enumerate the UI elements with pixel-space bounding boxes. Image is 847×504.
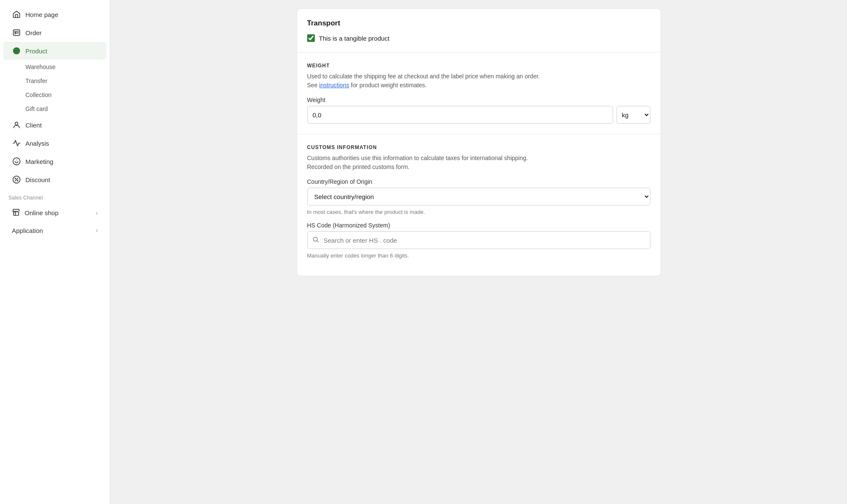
tangible-product-checkbox[interactable] bbox=[307, 34, 315, 42]
sidebar-item-label: Client bbox=[25, 122, 42, 129]
shop-icon bbox=[12, 208, 20, 218]
sidebar-item-order[interactable]: Order bbox=[3, 24, 106, 42]
country-select[interactable]: Select country/region bbox=[307, 188, 650, 205]
sidebar-item-marketing[interactable]: Marketing bbox=[3, 152, 106, 170]
weight-input[interactable] bbox=[307, 106, 613, 124]
country-hint: In most cases, that's where the product … bbox=[307, 209, 650, 215]
sidebar-item-label: Marketing bbox=[25, 158, 53, 165]
tangible-product-row: This is a tangible product bbox=[307, 34, 650, 42]
online-shop-left: Online shop bbox=[12, 208, 58, 218]
weight-section: WEIGHT Used to calculate the shipping fe… bbox=[297, 53, 661, 134]
customs-section: CUSTOMS INFORMATION Customs authorities … bbox=[297, 134, 661, 276]
client-icon bbox=[12, 120, 21, 130]
sidebar-item-label: Home page bbox=[25, 11, 58, 18]
sidebar-sub-item-gift-card[interactable]: Gift card bbox=[3, 102, 106, 116]
sidebar-item-analysis[interactable]: Analysis bbox=[3, 134, 106, 152]
main-content: Transport This is a tangible product WEI… bbox=[110, 0, 847, 504]
marketing-icon bbox=[12, 157, 21, 166]
instructions-link[interactable]: instructions bbox=[319, 82, 349, 89]
weight-description: Used to calculate the shipping fee at ch… bbox=[307, 72, 650, 90]
transport-title: Transport bbox=[307, 19, 650, 28]
sidebar-sub-item-transfer[interactable]: Transfer bbox=[3, 74, 106, 88]
sidebar-item-application[interactable]: Application › bbox=[3, 222, 106, 238]
hs-code-field-wrapper bbox=[307, 231, 650, 249]
svg-rect-11 bbox=[14, 212, 19, 215]
product-icon bbox=[12, 46, 21, 55]
svg-point-5 bbox=[13, 158, 20, 165]
svg-line-14 bbox=[317, 241, 318, 242]
search-icon bbox=[312, 236, 319, 244]
sales-channel-section-label: Sales Channel bbox=[0, 189, 110, 203]
hs-code-hint: Manually enter codes longer than 6 digit… bbox=[307, 252, 650, 259]
order-icon bbox=[12, 28, 21, 37]
sidebar-item-label: Product bbox=[25, 47, 47, 55]
svg-point-3 bbox=[13, 47, 20, 55]
chevron-right-icon: › bbox=[96, 209, 98, 217]
sidebar-sub-item-collection[interactable]: Collection bbox=[3, 88, 106, 102]
sidebar: Home page Order Product Warehouse Transf… bbox=[0, 0, 110, 504]
chevron-right-icon: › bbox=[96, 227, 98, 234]
sidebar-sub-item-warehouse[interactable]: Warehouse bbox=[3, 60, 106, 74]
svg-point-9 bbox=[15, 178, 16, 179]
sidebar-item-online-shop[interactable]: Online shop › bbox=[3, 204, 106, 222]
weight-heading: WEIGHT bbox=[307, 63, 650, 69]
weight-field-label: Weight bbox=[307, 97, 650, 103]
sidebar-item-label: Discount bbox=[25, 176, 50, 183]
customs-heading: CUSTOMS INFORMATION bbox=[307, 144, 650, 150]
sidebar-item-label: Analysis bbox=[25, 140, 49, 147]
sidebar-item-discount[interactable]: Discount bbox=[3, 171, 106, 188]
hs-code-input[interactable] bbox=[307, 231, 650, 249]
home-icon bbox=[12, 10, 21, 19]
customs-description: Customs authorities use this information… bbox=[307, 154, 650, 172]
analysis-icon bbox=[12, 138, 21, 148]
transport-card: Transport This is a tangible product WEI… bbox=[297, 8, 661, 276]
discount-icon bbox=[12, 175, 21, 184]
weight-unit-select[interactable]: kg lb oz g bbox=[617, 106, 650, 124]
tangible-product-label: This is a tangible product bbox=[319, 35, 390, 42]
sidebar-item-home-page[interactable]: Home page bbox=[3, 6, 106, 23]
sidebar-item-label: Application bbox=[12, 227, 43, 234]
sidebar-item-product[interactable]: Product bbox=[3, 42, 106, 60]
svg-point-10 bbox=[17, 180, 18, 181]
application-left: Application bbox=[12, 227, 43, 234]
svg-point-4 bbox=[15, 122, 18, 125]
weight-input-row: kg lb oz g bbox=[307, 106, 650, 124]
content-area: Transport This is a tangible product WEI… bbox=[288, 0, 669, 291]
sidebar-item-client[interactable]: Client bbox=[3, 116, 106, 134]
hs-code-field-label: HS Code (Harmonized System) bbox=[307, 222, 650, 229]
transport-section: Transport This is a tangible product bbox=[297, 9, 661, 53]
sidebar-item-label: Online shop bbox=[25, 209, 58, 216]
country-field-label: Country/Region of Origin bbox=[307, 178, 650, 185]
sidebar-item-label: Order bbox=[25, 29, 42, 36]
